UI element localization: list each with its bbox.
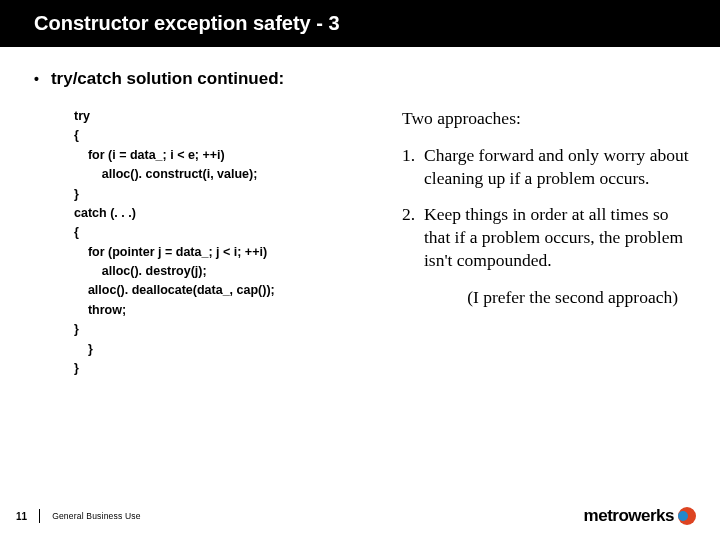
- approach-text: Charge forward and only worry about clea…: [424, 144, 690, 190]
- preference-note: (I prefer the second approach): [402, 286, 690, 309]
- approaches-column: Two approaches: 1. Charge forward and on…: [402, 107, 690, 378]
- approach-item-2: 2. Keep things in order at all times so …: [402, 203, 690, 271]
- footer-separator: [39, 509, 40, 523]
- approach-item-1: 1. Charge forward and only worry about c…: [402, 144, 690, 190]
- slide-title: Constructor exception safety - 3: [34, 12, 340, 34]
- approach-text: Keep things in order at all times so tha…: [424, 203, 690, 271]
- approach-number: 1.: [402, 144, 424, 190]
- slide-content: • try/catch solution continued: try { fo…: [0, 47, 720, 378]
- approaches-heading: Two approaches:: [402, 107, 690, 130]
- bullet-text: try/catch solution continued:: [51, 69, 284, 89]
- approach-number: 2.: [402, 203, 424, 271]
- brand-name: metrowerks: [584, 506, 674, 526]
- footer-classification: General Business Use: [52, 511, 141, 521]
- page-number: 11: [16, 511, 27, 522]
- bullet-dot-icon: •: [34, 71, 39, 87]
- code-block: try { for (i = data_; i < e; ++i) alloc(…: [34, 107, 374, 378]
- brand-mark-icon: [678, 507, 696, 525]
- brand-logo: metrowerks: [584, 506, 696, 526]
- main-bullet: • try/catch solution continued:: [34, 69, 690, 89]
- two-column-layout: try { for (i = data_; i < e; ++i) alloc(…: [34, 107, 690, 378]
- slide-footer: 11 General Business Use metrowerks: [0, 506, 720, 526]
- slide-title-bar: Constructor exception safety - 3: [0, 0, 720, 47]
